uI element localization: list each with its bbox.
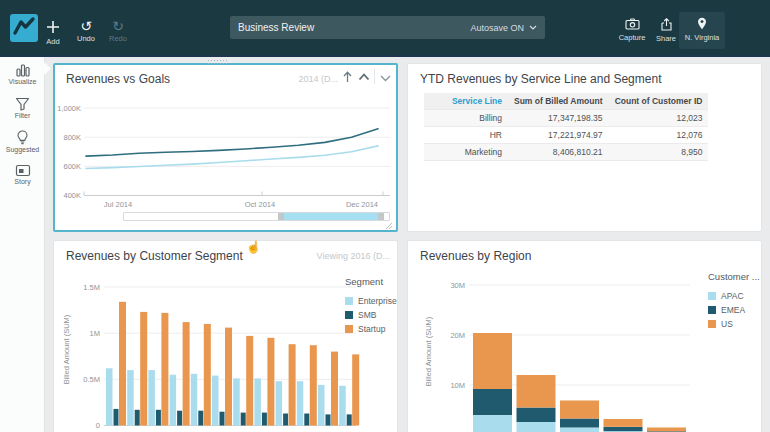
segment-legend: Segment EnterpriseSMBStartup (345, 276, 397, 336)
svg-text:600K: 600K (63, 162, 81, 171)
time-range-selection[interactable] (284, 213, 378, 220)
plus-icon (41, 20, 65, 37)
panel3-viewing-label: Viewing 2016 (D... (290, 251, 390, 261)
quicksight-logo-icon (10, 14, 38, 42)
table-cell: 17,221,974.97 (508, 127, 608, 144)
sidebar-item-story[interactable]: Story (0, 164, 45, 185)
table-cell: Billing (424, 110, 508, 127)
add-label: Add (46, 37, 59, 46)
slider-handle-left[interactable] (278, 213, 284, 220)
time-range-slider[interactable] (123, 212, 390, 221)
legend-item[interactable]: APAC (708, 289, 760, 303)
sidebar-item-filter[interactable]: Filter (0, 97, 45, 119)
table-row: Billing17,347,198.3512,023 (424, 110, 708, 127)
panel3-title: Revenues by Customer Segment (66, 249, 243, 263)
bar-chart-icon (15, 63, 31, 77)
legend-item[interactable]: Startup (345, 322, 397, 336)
legend-swatch (708, 320, 716, 328)
add-button[interactable]: Add (41, 20, 65, 46)
sidebar-item-visualize[interactable]: Visualize (0, 63, 45, 85)
legend-label: US (721, 319, 733, 329)
sidebar-label-visualize: Visualize (9, 78, 37, 85)
autosave-dropdown[interactable]: Autosave ON (470, 23, 537, 33)
region-label: N. Virginia (685, 33, 719, 42)
sidebar-label-suggested: Suggested (6, 146, 39, 153)
storyboard-icon (15, 164, 31, 177)
sidebar-label-filter: Filter (15, 112, 31, 119)
undo-icon: ↺ (72, 19, 100, 34)
panel1-period-dropdown[interactable]: 2014 (D... (253, 74, 338, 84)
legend-item[interactable]: US (708, 317, 760, 331)
chevron-down-icon (529, 25, 537, 30)
analysis-title-field[interactable]: Business Review Autosave ON (230, 16, 545, 39)
table-header-row: Service LineSum of Billed AmountCount of… (424, 93, 708, 110)
legend-swatch (345, 311, 353, 319)
share-icon (650, 18, 682, 34)
tool-sidebar: Visualize Filter Suggested Story (0, 57, 45, 432)
segment-legend-title: Segment (345, 276, 397, 287)
legend-item[interactable]: EMEA (708, 303, 760, 317)
undo-button[interactable]: ↺ Undo (72, 19, 100, 43)
legend-label: SMB (358, 310, 376, 320)
lightbulb-icon (16, 130, 29, 145)
legend-swatch (345, 297, 353, 305)
capture-button[interactable]: Capture (612, 18, 652, 42)
legend-swatch (345, 325, 353, 333)
region-legend-title: Customer ... (708, 271, 760, 282)
svg-text:Jul 2014: Jul 2014 (104, 200, 132, 209)
panel-resize-grip[interactable] (385, 222, 393, 230)
svg-text:400K: 400K (63, 191, 81, 200)
legend-swatch (708, 306, 716, 314)
camera-icon (612, 18, 652, 33)
table-column-header[interactable]: Sum of Billed Amount (508, 93, 608, 110)
table-column-header[interactable]: Count of Customer ID (608, 93, 708, 110)
share-label: Share (656, 34, 676, 43)
panel1-controls-divider (374, 69, 375, 84)
ytd-table[interactable]: Service LineSum of Billed AmountCount of… (424, 93, 708, 161)
panel-drag-handle[interactable] (207, 59, 229, 64)
region-legend: Customer ... APACEMEAUS (708, 271, 760, 331)
table-column-header[interactable]: Service Line (424, 93, 508, 110)
capture-label: Capture (619, 33, 646, 42)
panel4-y-axis-label: Billed Amount (SUM) (424, 282, 433, 422)
table-cell: 12,023 (608, 110, 708, 127)
arrow-up-icon[interactable] (342, 71, 353, 83)
mouse-hand-cursor: ☝ (246, 240, 261, 254)
table-cell: 12,076 (608, 127, 708, 144)
svg-text:1M: 1M (90, 329, 100, 338)
analysis-title-value[interactable]: Business Review (238, 22, 314, 33)
panel4-title: Revenues by Region (420, 249, 531, 263)
legend-item[interactable]: SMB (345, 308, 397, 322)
svg-text:800K: 800K (63, 133, 81, 142)
sidebar-item-suggested[interactable]: Suggested (0, 130, 45, 153)
table-cell: HR (424, 127, 508, 144)
redo-button[interactable]: ↻ Redo (104, 19, 132, 43)
slider-handle-right[interactable] (378, 213, 384, 220)
legend-label: Startup (358, 324, 385, 334)
chevron-up-icon[interactable] (358, 73, 370, 81)
svg-text:20M: 20M (450, 331, 465, 340)
region-selector[interactable]: N. Virginia (679, 17, 725, 42)
logo-zigzag-icon (10, 14, 38, 42)
svg-text:10M: 10M (450, 381, 465, 390)
table-cell: 8,406,810.21 (508, 144, 608, 161)
svg-text:1.5M: 1.5M (83, 283, 100, 292)
svg-text:0.5M: 0.5M (83, 375, 100, 384)
location-pin-icon (679, 17, 725, 33)
sidebar-label-story: Story (14, 178, 30, 185)
top-toolbar: Add ↺ Undo ↻ Redo Business Review Autosa… (0, 0, 770, 57)
legend-label: APAC (721, 291, 744, 301)
svg-text:Oct 2014: Oct 2014 (245, 200, 275, 209)
undo-label: Undo (77, 34, 95, 43)
redo-icon: ↻ (104, 19, 132, 34)
table-cell: Marketing (424, 144, 508, 161)
autosave-label: Autosave ON (470, 23, 524, 33)
legend-item[interactable]: Enterprise (345, 294, 397, 308)
app-window: Add ↺ Undo ↻ Redo Business Review Autosa… (0, 0, 770, 432)
legend-label: EMEA (721, 305, 745, 315)
revenues-vs-goals-chart[interactable]: 1,000K800K600K400KJul 2014Oct 2014Dec 20… (56, 100, 395, 210)
chevron-down-icon[interactable] (380, 75, 391, 82)
ytd-table-container: Service LineSum of Billed AmountCount of… (424, 93, 708, 161)
share-button[interactable]: Share (650, 18, 682, 43)
panel2-title: YTD Revenues by Service Line and Segment (420, 72, 661, 86)
